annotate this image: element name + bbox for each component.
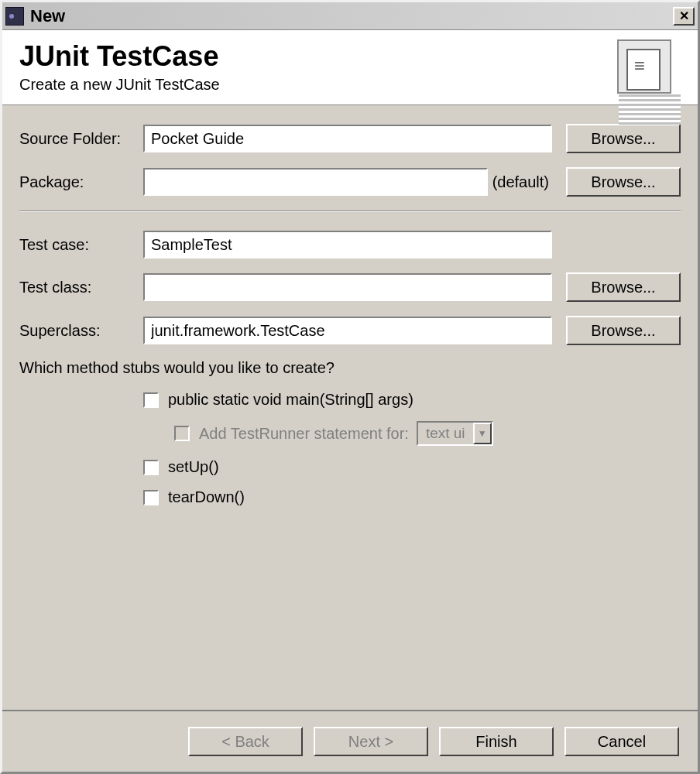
label-test-class: Test class: xyxy=(19,279,143,296)
source-folder-input[interactable] xyxy=(143,125,552,152)
testrunner-combo-value: text ui xyxy=(418,425,473,442)
testrunner-combo: text ui ▼ xyxy=(417,421,493,446)
test-case-input[interactable] xyxy=(143,231,552,259)
browse-source-folder-button[interactable]: Browse... xyxy=(566,124,681,153)
close-icon: ✕ xyxy=(679,9,689,23)
next-button: Next > xyxy=(314,727,428,756)
row-package: Package: (default) Browse... xyxy=(19,167,681,197)
browse-superclass-button[interactable]: Browse... xyxy=(566,316,681,345)
checkbox-setup-box[interactable] xyxy=(143,460,159,475)
row-superclass: Superclass: Browse... xyxy=(19,316,681,345)
checkbox-testrunner-box xyxy=(174,426,190,441)
browse-package-button[interactable]: Browse... xyxy=(566,167,681,197)
checkbox-testrunner: Add TestRunner statement for: text ui ▼ xyxy=(174,421,681,446)
browse-test-class-button[interactable]: Browse... xyxy=(566,272,681,302)
checkbox-setup-label: setUp() xyxy=(168,458,219,476)
label-source-folder: Source Folder: xyxy=(19,130,143,148)
cancel-button[interactable]: Cancel xyxy=(564,727,679,756)
checkbox-main-box[interactable] xyxy=(143,392,159,408)
title-bar: New ✕ xyxy=(2,2,698,30)
label-package: Package: xyxy=(19,173,143,191)
checkbox-teardown: tearDown() xyxy=(143,488,681,506)
banner-subtitle: Create a new JUnit TestCase xyxy=(19,76,617,94)
package-default-suffix: (default) xyxy=(492,173,549,191)
banner-title: JUnit TestCase xyxy=(19,40,617,73)
button-bar: < Back Next > Finish Cancel xyxy=(2,710,698,772)
app-icon xyxy=(5,7,24,26)
back-button: < Back xyxy=(188,727,303,756)
checkbox-testrunner-label: Add TestRunner statement for: xyxy=(199,425,409,443)
test-class-input[interactable] xyxy=(143,273,552,301)
form-area: Source Folder: Browse... Package: (defau… xyxy=(2,105,698,710)
row-source-folder: Source Folder: Browse... xyxy=(19,124,681,153)
label-superclass: Superclass: xyxy=(19,322,143,340)
package-input[interactable] xyxy=(143,168,488,196)
row-test-class: Test class: Browse... xyxy=(19,272,681,302)
label-test-case: Test case: xyxy=(19,236,143,254)
stubs-question: Which method stubs would you like to cre… xyxy=(19,359,681,377)
chevron-down-icon: ▼ xyxy=(473,423,492,444)
checkbox-main-label: public static void main(String[] args) xyxy=(168,391,413,409)
wizard-icon-shadow xyxy=(619,94,681,125)
checkbox-setup: setUp() xyxy=(143,458,681,476)
close-button[interactable]: ✕ xyxy=(673,7,695,26)
checkbox-teardown-box[interactable] xyxy=(143,490,159,505)
window-title: New xyxy=(30,6,65,26)
superclass-input[interactable] xyxy=(143,317,552,344)
dialog-window: New ✕ JUnit TestCase Create a new JUnit … xyxy=(0,0,700,774)
divider xyxy=(19,211,681,212)
finish-button[interactable]: Finish xyxy=(439,727,554,756)
checkbox-main: public static void main(String[] args) xyxy=(143,391,681,409)
checkbox-teardown-label: tearDown() xyxy=(168,488,245,506)
wizard-icon xyxy=(617,39,671,94)
row-test-case: Test case: xyxy=(19,231,681,259)
banner: JUnit TestCase Create a new JUnit TestCa… xyxy=(2,30,698,105)
